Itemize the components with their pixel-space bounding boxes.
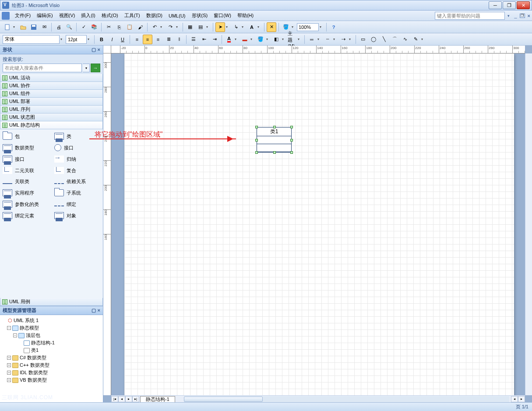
tree-diagram[interactable]: 静态结构-1 <box>2 339 101 347</box>
search-go-button[interactable]: → <box>91 64 100 72</box>
vertical-ruler[interactable]: 300280260240220200180160 <box>103 53 111 395</box>
menu-item[interactable]: 格式(O) <box>99 11 121 20</box>
font-color-button[interactable]: A <box>224 35 234 44</box>
format-painter-button[interactable]: 🖌 <box>135 22 145 32</box>
italic-button[interactable]: I <box>107 35 117 44</box>
freeform-button[interactable]: ∿ <box>400 35 410 44</box>
shape-item[interactable]: 实用程序 <box>2 188 50 198</box>
spelling-button[interactable]: ✓ <box>79 22 88 32</box>
stencil-bar[interactable]: UML 部署 <box>0 98 103 106</box>
horizontal-ruler[interactable]: -200204060801001201401601802002202402602… <box>111 46 525 53</box>
shape-item[interactable]: 对象 <box>53 210 102 221</box>
email-button[interactable]: ✉ <box>39 22 49 32</box>
shape-item[interactable]: 包 <box>2 131 50 142</box>
line-pattern-button[interactable]: ┄ <box>323 35 332 44</box>
print-button[interactable]: 🖨 <box>54 22 63 32</box>
shapes-window-button[interactable]: ▦ <box>185 22 195 32</box>
data-button[interactable]: ▤ <box>196 22 205 32</box>
drawing-page[interactable]: 类1 <box>124 53 514 395</box>
ruler-origin[interactable] <box>103 46 111 53</box>
paste-button[interactable]: 📋 <box>125 22 134 32</box>
text-tool-button[interactable]: A <box>247 22 257 32</box>
shape-item[interactable]: 依赖关系 <box>53 177 102 187</box>
open-button[interactable] <box>18 22 28 32</box>
menu-item[interactable]: UML(U) <box>166 12 188 19</box>
pencil-button[interactable]: ✎ <box>411 35 420 44</box>
shape-item[interactable]: 接口 <box>2 154 50 164</box>
distribute-button[interactable]: ⫴ <box>174 35 184 44</box>
scrollbar-thumb[interactable] <box>184 397 263 402</box>
uml-class-shape[interactable]: 类1 <box>257 127 292 152</box>
shape-item[interactable]: 归纳 <box>53 154 102 164</box>
menu-item[interactable]: 形状(S) <box>189 11 211 20</box>
menu-item[interactable]: 窗口(W) <box>211 11 234 20</box>
shape-item[interactable]: 类 <box>53 131 102 142</box>
file-menu-icon[interactable] <box>2 12 10 20</box>
shape-item[interactable]: 接口 <box>53 142 102 153</box>
doc-close-button[interactable]: × <box>528 13 530 18</box>
align-right-button[interactable]: ≡ <box>153 35 163 44</box>
arc-button[interactable]: ⌒ <box>390 35 399 44</box>
help-search-input[interactable] <box>435 12 505 20</box>
save-button[interactable] <box>29 22 39 32</box>
undo-button[interactable]: ↶ <box>150 22 159 32</box>
menu-item[interactable]: 工具(T) <box>122 11 143 20</box>
help-dropdown-icon[interactable]: ▾ <box>507 14 510 18</box>
doc-minimize-button[interactable]: _ <box>514 13 517 18</box>
drawing-viewport[interactable]: 类1 <box>111 53 525 395</box>
help-button[interactable]: ? <box>329 22 338 32</box>
shape-item[interactable]: 参数化的类 <box>2 199 50 209</box>
font-selector[interactable] <box>3 35 60 44</box>
last-page-button[interactable]: ▸| <box>132 396 139 402</box>
shape-item[interactable]: 复合 <box>53 165 102 176</box>
redo-button[interactable]: ↷ <box>166 22 175 32</box>
stencil-bar[interactable]: UML 静态结构 <box>0 121 103 129</box>
stencil-bar[interactable]: UML 组件 <box>0 90 103 98</box>
align-left-button[interactable]: ≡ <box>132 35 142 44</box>
shape-item[interactable]: 子系统 <box>53 188 102 198</box>
cut-button[interactable]: ✂ <box>104 22 113 32</box>
pane-pin-icon[interactable]: ▢ <box>92 47 96 53</box>
stencil-bar[interactable]: UML 用例 <box>0 298 103 306</box>
connector-tool-button[interactable]: ↳ <box>231 22 241 32</box>
model-pane-pin-icon[interactable]: ▢ <box>92 308 96 313</box>
shape-item[interactable]: 绑定 <box>53 199 102 209</box>
menu-item[interactable]: 编辑(E) <box>34 11 56 20</box>
tree-class[interactable]: 类1 <box>2 347 101 354</box>
tree-root[interactable]: ⬡UML 系统 1 <box>2 317 101 324</box>
line-color-button[interactable]: ▬ <box>240 35 250 44</box>
search-dropdown-icon[interactable]: ▾ <box>83 64 90 72</box>
menu-item[interactable]: 文件(F) <box>12 11 33 20</box>
decrease-indent-button[interactable]: ⇤ <box>199 35 209 44</box>
rectangle-button[interactable]: ▭ <box>358 35 368 44</box>
research-button[interactable]: 📚 <box>89 22 99 32</box>
font-size-selector[interactable] <box>66 35 87 44</box>
align-center-button[interactable]: ≡ <box>143 35 152 44</box>
tree-folder[interactable]: +IDL 数据类型 <box>2 369 101 376</box>
shape-search-input[interactable] <box>3 64 82 72</box>
stencil-bar[interactable]: UML 状态图 <box>0 113 103 121</box>
line-button[interactable]: ╲ <box>379 35 389 44</box>
tree-top-package[interactable]: −顶层包 <box>2 332 101 339</box>
tree-folder[interactable]: +VB 数据类型 <box>2 376 101 384</box>
doc-restore-button[interactable]: ❐ <box>520 14 525 18</box>
tree-static-model[interactable]: −静态模型 <box>2 324 101 332</box>
theme-button[interactable]: 主题(M) <box>287 35 297 44</box>
connection-point-button[interactable]: ✕ <box>267 22 276 32</box>
tree-folder[interactable]: +C# 数据类型 <box>2 354 101 361</box>
maximize-button[interactable]: ❐ <box>503 1 516 9</box>
underline-button[interactable]: U <box>118 35 127 44</box>
bold-button[interactable]: B <box>97 35 106 44</box>
zoom-input[interactable] <box>297 23 319 31</box>
minimize-button[interactable]: ─ <box>489 1 502 9</box>
print-preview-button[interactable]: 🔍 <box>64 22 74 32</box>
prev-page-button[interactable]: ◂ <box>118 396 125 402</box>
line-weight-button[interactable]: ═ <box>307 35 317 44</box>
pane-close-icon[interactable]: × <box>98 47 100 53</box>
menu-item[interactable]: 数据(D) <box>144 11 165 20</box>
tree-folder[interactable]: +C++ 数据类型 <box>2 361 101 369</box>
menu-item[interactable]: 视图(V) <box>56 11 78 20</box>
shape-item[interactable]: 绑定元素 <box>2 210 50 221</box>
horizontal-scrollbar[interactable] <box>184 396 509 402</box>
stencil-bar[interactable]: UML 活动 <box>0 74 103 82</box>
